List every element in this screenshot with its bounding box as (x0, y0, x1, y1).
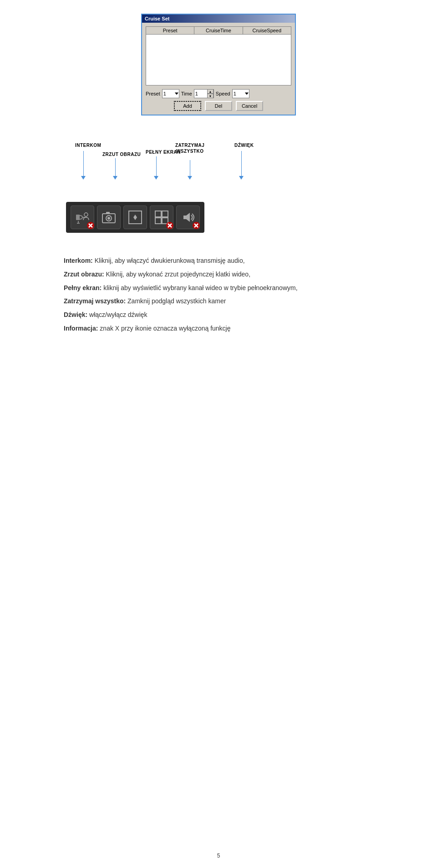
desc-interkom: Interkom: Kliknij, aby włączyć dwukierun… (64, 256, 373, 266)
text-interkom: Kliknij, aby włączyć dwukierunkową trans… (93, 257, 245, 264)
wszystko-label: WSZYSTKO (175, 149, 204, 154)
interkom-arrow-line (83, 151, 84, 176)
speed-dropdown[interactable] (232, 89, 249, 98)
col-cruise-speed: CruiseSpeed (243, 27, 291, 34)
toolbar-bar (66, 202, 204, 233)
svg-marker-13 (133, 217, 137, 220)
speed-dropdown-wrapper (232, 89, 249, 98)
term-interkom: Interkom: (64, 257, 93, 264)
dialog-title: Cruise Set (145, 16, 169, 21)
desc-pelny: Pełny ekran: kliknij aby wyświetlić wybr… (64, 283, 373, 294)
text-zrzut: Kliknij, aby wykonać zrzut pojedynczej k… (104, 271, 250, 278)
page-number: 5 (217, 853, 220, 859)
controls-row: Preset Time ▲ ▼ Speed (146, 89, 291, 98)
cruise-table: Preset CruiseTime CruiseSpeed (146, 26, 291, 85)
col-cruise-time: CruiseTime (194, 27, 243, 34)
intercom-disabled-icon (86, 221, 95, 230)
sound-button[interactable] (176, 206, 200, 229)
zrzut-obrazu-label: ZRZUT OBRAZU (102, 152, 141, 157)
toolbar-section: INTERKOM ZRZUT OBRAZU PEŁNY EKRAN ZATRZY… (66, 143, 385, 233)
dzwiek-label: DŹWIĘK (234, 143, 254, 148)
preset-label: Preset (146, 91, 160, 96)
svg-rect-2 (77, 223, 80, 224)
term-informacja: Informacja: (64, 325, 98, 332)
text-dzwiek: włącz/wyłącz dźwięk (87, 311, 147, 318)
preset-dropdown-wrapper (162, 89, 179, 98)
intercom-button[interactable] (71, 206, 94, 229)
page-container: Cruise Set Preset CruiseTime CruiseSpeed… (0, 0, 437, 868)
text-pelny: kliknij aby wyświetlić wybrany kanał wid… (102, 284, 297, 291)
time-input[interactable] (194, 90, 207, 98)
stop-all-button[interactable] (150, 206, 173, 229)
sound-disabled-icon (192, 221, 200, 230)
table-header: Preset CruiseTime CruiseSpeed (146, 27, 291, 35)
zrzut-arrow-head-icon (113, 176, 117, 180)
speed-label: Speed (216, 91, 230, 96)
term-pelny: Pełny ekran: (64, 284, 102, 291)
snapshot-icon (101, 209, 117, 226)
interkom-label: INTERKOM (75, 143, 101, 148)
interkom-arrow-head-icon (81, 176, 86, 180)
zatrzymaj-arrow-line (190, 160, 190, 177)
fullscreen-button[interactable] (123, 206, 147, 229)
col-preset: Preset (146, 27, 194, 34)
svg-rect-0 (76, 215, 80, 220)
svg-rect-10 (106, 212, 110, 214)
toolbar-labels-area: INTERKOM ZRZUT OBRAZU PEŁNY EKRAN ZATRZY… (75, 143, 325, 202)
term-dzwiek: Dźwięk: (64, 311, 87, 318)
dialog-body: Preset CruiseTime CruiseSpeed Preset Tim… (142, 23, 295, 115)
del-button[interactable]: Del (205, 101, 232, 111)
desc-zatrzymaj: Zatrzymaj wszystko: Zamknij podgląd wszy… (64, 296, 373, 307)
term-zatrzymaj: Zatrzymaj wszystko: (64, 297, 126, 305)
pelny-arrow-line (156, 156, 157, 176)
zatrzymaj-arrow-head-icon (188, 176, 192, 180)
dialog-buttons-row: Add Del Cancel (146, 101, 291, 111)
stop-all-disabled-icon (166, 221, 174, 230)
add-button[interactable]: Add (174, 101, 201, 111)
cruise-set-dialog: Cruise Set Preset CruiseTime CruiseSpeed… (141, 14, 296, 115)
pelny-arrow-head-icon (154, 176, 158, 180)
fullscreen-icon (127, 209, 143, 226)
time-label: Time (181, 91, 192, 96)
time-spinner: ▲ ▼ (194, 89, 214, 98)
preset-dropdown[interactable] (162, 89, 179, 98)
desc-dzwiek: Dźwięk: włącz/wyłącz dźwięk (64, 310, 373, 321)
zatrzymaj-label: ZATRZYMAJ (175, 143, 204, 148)
svg-rect-16 (155, 218, 161, 224)
zatrzymaj-label-wrapper: ZATRZYMAJ WSZYSTKO (175, 143, 204, 154)
term-zrzut: Zrzut obrazu: (64, 271, 104, 278)
desc-informacja: Informacja: znak X przy ikonie oznacza w… (64, 323, 373, 334)
svg-marker-12 (133, 215, 137, 217)
dzwiek-arrow-line (241, 151, 242, 177)
dialog-titlebar: Cruise Set (142, 15, 295, 23)
svg-rect-15 (162, 211, 168, 217)
svg-point-9 (107, 217, 110, 220)
time-spinner-down[interactable]: ▼ (207, 94, 213, 98)
description-section: Interkom: Kliknij, aby włączyć dwukierun… (64, 256, 373, 337)
snapshot-button[interactable] (97, 206, 121, 229)
cancel-button[interactable]: Cancel (236, 101, 263, 111)
svg-marker-21 (183, 213, 190, 222)
time-spinner-buttons: ▲ ▼ (207, 89, 213, 98)
svg-rect-14 (155, 211, 161, 217)
desc-zrzut: Zrzut obrazu: Kliknij, aby wykonać zrzut… (64, 269, 373, 280)
time-spinner-up[interactable]: ▲ (207, 89, 213, 94)
svg-point-3 (84, 213, 88, 216)
zrzut-arrow-line (115, 158, 116, 176)
text-informacja: znak X przy ikonie oznacza wyłączoną fun… (98, 325, 230, 332)
text-zatrzymaj: Zamknij podgląd wszystkich kamer (126, 297, 226, 305)
dzwiek-arrow-head-icon (239, 176, 244, 180)
